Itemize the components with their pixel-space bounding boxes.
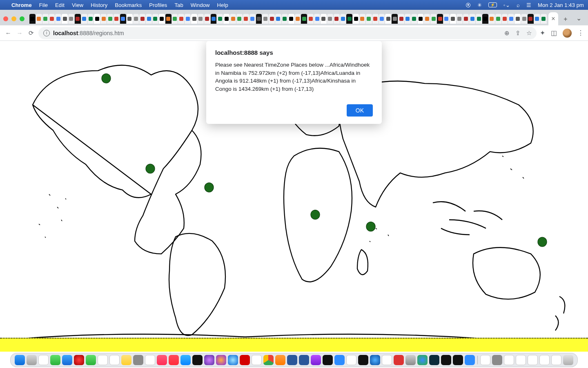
window-close-button[interactable]: [3, 16, 8, 21]
pinned-tab[interactable]: [100, 14, 107, 24]
dock-app-finder[interactable]: [15, 355, 25, 365]
menubar-app-name[interactable]: Chrome: [11, 2, 32, 8]
pinned-tab[interactable]: [405, 14, 411, 24]
menu-help[interactable]: Help: [217, 2, 228, 8]
dock-app-trash[interactable]: [563, 355, 573, 365]
pinned-tab[interactable]: [307, 14, 314, 24]
pinned-tab[interactable]: [269, 14, 275, 24]
pinned-tab[interactable]: [120, 14, 126, 24]
dock-app-news[interactable]: [169, 355, 179, 365]
share-icon[interactable]: ⇪: [515, 29, 521, 37]
pinned-tab[interactable]: [301, 14, 307, 24]
dock-app-contacts[interactable]: [133, 355, 143, 365]
screen-record-icon[interactable]: ⦿: [466, 2, 471, 8]
pinned-tab[interactable]: [424, 14, 430, 24]
pinned-tab[interactable]: [152, 14, 158, 24]
pinned-tab[interactable]: [198, 14, 204, 24]
dock-app-appletv[interactable]: [192, 355, 203, 365]
dock-app-safari[interactable]: [228, 355, 238, 365]
pinned-tab[interactable]: [411, 14, 417, 24]
pinned-tab[interactable]: [502, 14, 508, 24]
pinned-tab[interactable]: [191, 14, 197, 24]
pinned-tab[interactable]: [443, 14, 450, 24]
pinned-tab[interactable]: [508, 14, 514, 24]
pinned-tab[interactable]: [385, 14, 391, 24]
dock-app-facetime[interactable]: [86, 355, 96, 365]
pinned-tab[interactable]: [372, 14, 379, 24]
pinned-tab[interactable]: [521, 14, 527, 24]
dock-app-art[interactable]: [204, 355, 214, 365]
pinned-tab[interactable]: [314, 14, 320, 24]
pinned-tab[interactable]: [379, 14, 385, 24]
pinned-tab[interactable]: [534, 14, 540, 24]
pinned-tab[interactable]: [172, 14, 178, 24]
dock-app-earth[interactable]: [370, 355, 380, 365]
pinned-tab[interactable]: [541, 14, 547, 24]
sidepanel-icon[interactable]: ◫: [551, 29, 557, 37]
pinned-tab[interactable]: [133, 14, 139, 24]
pinned-tab[interactable]: [185, 14, 191, 24]
pinned-tab[interactable]: [243, 14, 249, 24]
chrome-menu-icon[interactable]: ⋮: [577, 29, 584, 37]
dock-app-red-util[interactable]: [394, 355, 404, 365]
dock-app-chart[interactable]: [382, 355, 392, 365]
pinned-tab[interactable]: [36, 14, 42, 24]
dock-app-xcode[interactable]: [465, 355, 475, 365]
dock-app-bold[interactable]: [252, 355, 262, 365]
dock-app-music[interactable]: [157, 355, 167, 365]
pinned-tab[interactable]: [450, 14, 456, 24]
pinned-tab[interactable]: [127, 14, 133, 24]
dock-app-appstore[interactable]: [180, 355, 191, 365]
pinned-tab[interactable]: [366, 14, 372, 24]
dock-app-word2[interactable]: [299, 355, 309, 365]
dock-app-dashlane[interactable]: [429, 355, 439, 365]
menu-tab[interactable]: Tab: [174, 2, 183, 8]
dock-app-doc6[interactable]: [539, 355, 550, 365]
address-bar[interactable]: i localhost:8888/regions.htm ⊕ ⇪ ☆: [38, 27, 537, 39]
dock-app-chrome[interactable]: [263, 355, 274, 365]
pinned-tab[interactable]: [159, 14, 165, 24]
spotlight-icon[interactable]: ⌕: [517, 2, 520, 8]
dock-app-opera[interactable]: [74, 355, 84, 365]
pinned-tab[interactable]: [437, 14, 443, 24]
dock-app-reminders[interactable]: [145, 355, 155, 365]
pinned-tab[interactable]: [288, 14, 294, 24]
dock-app-messages[interactable]: [50, 355, 60, 365]
pinned-tab[interactable]: [359, 14, 365, 24]
dock-app-doc7[interactable]: [551, 355, 561, 365]
dock-app-firefox[interactable]: [216, 355, 226, 365]
pinned-tab[interactable]: [282, 14, 288, 24]
dock-app-photos[interactable]: [98, 355, 108, 365]
pinned-tab[interactable]: [230, 14, 236, 24]
pinned-tab[interactable]: [430, 14, 437, 24]
pinned-tab[interactable]: [217, 14, 223, 24]
pinned-tab[interactable]: [295, 14, 301, 24]
pinned-tab[interactable]: [528, 14, 534, 24]
menu-file[interactable]: File: [39, 2, 48, 8]
window-fullscreen-button[interactable]: [20, 16, 24, 21]
pinned-tab[interactable]: [418, 14, 424, 24]
pinned-tab[interactable]: [482, 14, 488, 24]
dock-app-word1[interactable]: [287, 355, 297, 365]
pinned-tab[interactable]: [327, 14, 333, 24]
pinned-tab[interactable]: [114, 14, 120, 24]
pinned-tab[interactable]: [495, 14, 501, 24]
tab-close-icon[interactable]: ×: [551, 15, 555, 22]
dock-app-terminal2[interactable]: [441, 355, 451, 365]
site-info-icon[interactable]: i: [43, 30, 50, 36]
dock-app-doc2[interactable]: [492, 355, 502, 365]
dock-app-doc3[interactable]: [504, 355, 514, 365]
pinned-tab[interactable]: [256, 14, 262, 24]
pinned-tab[interactable]: [81, 14, 87, 24]
pinned-tab[interactable]: [392, 14, 398, 24]
dock-app-settings[interactable]: [405, 355, 416, 365]
pinned-tab[interactable]: [49, 14, 55, 24]
pinned-tab[interactable]: [146, 14, 152, 24]
pinned-tab[interactable]: [489, 14, 495, 24]
pinned-tab[interactable]: [55, 14, 61, 24]
pinned-tab[interactable]: [223, 14, 229, 24]
dock-app-launchpad[interactable]: [27, 355, 37, 365]
pinned-tab[interactable]: [457, 14, 463, 24]
pinned-tab[interactable]: [249, 14, 256, 24]
pinned-tab[interactable]: [353, 14, 359, 24]
